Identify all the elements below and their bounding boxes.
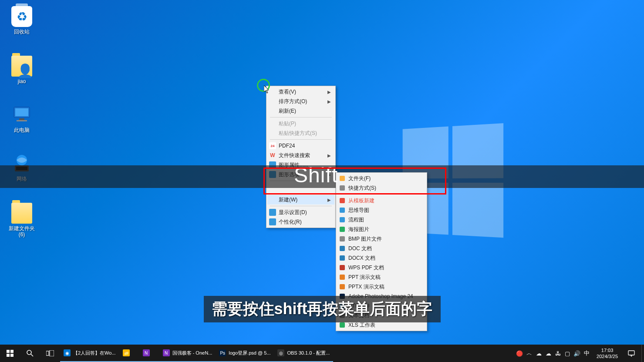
menu-item-label: 个性化(R) <box>279 218 302 226</box>
tray-sync-icon[interactable]: ☁ <box>535 345 543 362</box>
submenu-item[interactable]: DOCX 文档 <box>337 253 426 263</box>
svg-rect-15 <box>340 255 345 261</box>
menu-item[interactable]: 个性化(R) <box>267 217 334 227</box>
submenu-item-label: 海报图片 <box>348 226 369 233</box>
tray-chevron-icon[interactable]: ︿ <box>525 345 533 362</box>
search-button[interactable] <box>20 345 40 362</box>
svg-rect-29 <box>46 351 49 355</box>
cursor-icon <box>264 85 270 94</box>
submenu-item[interactable]: 流程图 <box>337 215 426 225</box>
menu-item[interactable]: W文件快速搜索▶ <box>267 151 334 160</box>
this-pc-icon <box>11 104 32 125</box>
menu-item-label: 新建(W) <box>279 196 297 204</box>
this-pc[interactable]: 此电脑 <box>5 104 38 133</box>
system-tray: 🔴 ︿ ☁ ☁ 🖧 ▢ 🔊 中 <box>513 345 593 362</box>
submenu-item-label: 思维导图 <box>348 207 369 214</box>
recycle-bin[interactable]: 回收站 <box>5 6 38 35</box>
menu-item[interactable]: 查看(V)▶ <box>267 87 334 97</box>
submenu-item[interactable]: WPS PDF 文档 <box>337 263 426 272</box>
svg-rect-25 <box>7 354 10 357</box>
action-center-button[interactable] <box>621 345 641 362</box>
menu-item-label: 刷新(E) <box>279 107 296 115</box>
taskbar-app[interactable]: ◉【2人回答】在Wo... <box>60 345 119 362</box>
taskbar-app-icon: 📁 <box>123 349 130 356</box>
menu-item[interactable]: 排序方式(O)▶ <box>267 97 334 106</box>
submenu-item-label: 流程图 <box>348 216 364 224</box>
user-folder-icon <box>11 56 32 77</box>
tray-network-icon[interactable]: 🖧 <box>554 345 562 362</box>
submenu-item[interactable]: 从模板新建 <box>337 196 426 205</box>
menu-item[interactable]: PDF24 <box>267 141 334 151</box>
menu-item[interactable]: 显示设置(D) <box>267 208 334 217</box>
taskbar-app[interactable]: N国强极客 - OneN... <box>159 345 216 362</box>
file-type-icon <box>339 235 346 242</box>
tray-ime-icon[interactable]: 中 <box>583 345 590 362</box>
tray-weather-icon[interactable]: 🔴 <box>516 345 523 362</box>
context-menu-main: 查看(V)▶排序方式(O)▶刷新(E)粘贴(P)粘贴快捷方式(S)PDF24W文… <box>266 86 336 228</box>
svg-rect-8 <box>340 185 345 191</box>
menu-item[interactable]: 刷新(E) <box>267 106 334 116</box>
menu-item: 粘贴快捷方式(S) <box>267 128 334 138</box>
svg-rect-7 <box>340 176 345 181</box>
submenu-item[interactable]: DOC 文档 <box>337 244 426 253</box>
submenu-item-label: PPT 演示文稿 <box>348 274 381 281</box>
submenu-item[interactable]: BMP 图片文件 <box>337 234 426 244</box>
svg-rect-11 <box>340 217 345 222</box>
start-button[interactable] <box>0 345 20 362</box>
submenu-item[interactable]: 快捷方式(S) <box>337 183 426 193</box>
svg-line-28 <box>31 354 33 356</box>
svg-rect-12 <box>340 227 345 232</box>
file-type-icon <box>339 197 346 204</box>
new-folder-icon <box>11 203 32 224</box>
task-view-button[interactable] <box>40 345 60 362</box>
new-folder[interactable]: 新建文件夹 (6) <box>5 203 38 238</box>
menu-item-label: PDF24 <box>279 143 295 149</box>
taskbar-app-icon: N <box>143 349 150 356</box>
svg-rect-1 <box>15 108 28 116</box>
menu-item-label: 查看(V) <box>279 88 296 96</box>
submenu-item[interactable]: PPT 演示文稿 <box>337 272 426 282</box>
recycle-bin-icon <box>11 6 32 27</box>
this-pc-label: 此电脑 <box>5 127 38 133</box>
taskbar-app[interactable]: Pslogo登屏.psd @ 5... <box>216 345 274 362</box>
new-folder-label: 新建文件夹 (6) <box>5 225 38 238</box>
file-type-icon <box>339 175 346 182</box>
submenu-item[interactable]: 海报图片 <box>337 225 426 234</box>
blue-sq-icon <box>269 218 276 225</box>
file-type-icon <box>339 216 346 223</box>
submenu-item[interactable]: PPTX 演示文稿 <box>337 282 426 292</box>
tray-battery-icon[interactable]: ▢ <box>563 345 571 362</box>
subtitle-text: 需要按住shift再按菜单后面的字 <box>204 296 441 322</box>
shift-label: Shift <box>294 163 338 187</box>
menu-item[interactable]: 新建(W)▶ <box>267 195 334 204</box>
submenu-arrow-icon: ▶ <box>327 90 331 94</box>
submenu-arrow-icon: ▶ <box>327 198 331 202</box>
submenu-item[interactable]: 文件夹(F) <box>337 174 426 183</box>
file-type-icon <box>339 274 346 281</box>
svg-rect-17 <box>340 275 345 280</box>
submenu-item-label: 从模板新建 <box>348 197 374 204</box>
menu-item-label: 粘贴快捷方式(S) <box>279 130 317 137</box>
show-desktop-button[interactable] <box>641 345 644 362</box>
taskbar-app-icon: Ps <box>219 349 226 356</box>
clock-time: 17:03 <box>597 347 618 353</box>
submenu-item-label: DOCX 文档 <box>348 255 375 262</box>
submenu-item[interactable]: 思维导图 <box>337 205 426 215</box>
tray-onedrive-icon[interactable]: ☁ <box>544 345 552 362</box>
user-folder[interactable]: jiao <box>5 56 38 84</box>
submenu-item-label: BMP 图片文件 <box>348 235 382 243</box>
file-type-icon <box>339 322 346 328</box>
file-type-icon <box>339 264 346 271</box>
svg-rect-10 <box>340 208 345 213</box>
menu-item: 粘贴(P) <box>267 119 334 128</box>
taskbar-app-label: 【2人回答】在Wo... <box>73 350 116 356</box>
taskbar-app[interactable]: N <box>139 345 159 362</box>
taskbar-clock[interactable]: 17:03 2024/3/25 <box>593 347 621 359</box>
submenu-item-label: XLS 工作表 <box>348 322 375 329</box>
svg-rect-18 <box>340 284 345 289</box>
file-type-icon <box>339 283 346 290</box>
tray-volume-icon[interactable]: 🔊 <box>573 345 581 362</box>
taskbar-app[interactable]: ◎OBS 30.1.0 - 配置... <box>274 345 333 362</box>
submenu-item-label: WPS PDF 文档 <box>348 264 384 272</box>
taskbar-app[interactable]: 📁 <box>119 345 139 362</box>
